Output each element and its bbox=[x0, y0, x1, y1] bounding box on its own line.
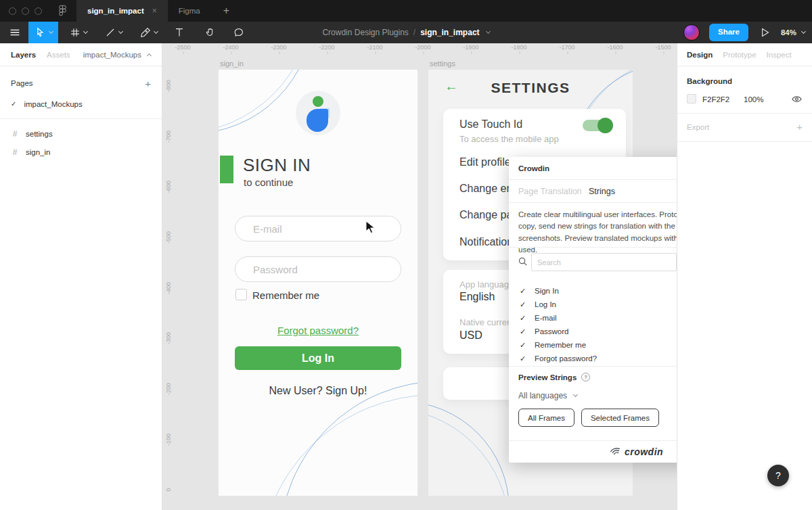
frame-tool-button[interactable] bbox=[65, 22, 91, 43]
tab-sign-in-impact[interactable]: sign_in_impact × bbox=[76, 0, 168, 22]
shape-tool-button[interactable] bbox=[100, 22, 126, 43]
ruler-tick: -1800 bbox=[511, 44, 526, 51]
chevron-down-icon[interactable] bbox=[83, 29, 88, 34]
setting-row-sublabel: To access the mobile app bbox=[459, 134, 559, 144]
all-frames-button[interactable]: All Frames bbox=[518, 409, 574, 427]
breadcrumb-project[interactable]: Crowdin Design Plugins bbox=[322, 28, 408, 37]
logo-green-dot bbox=[313, 96, 323, 107]
layers-panel: Layers Assets impact_Mockups Pages + ✓ i… bbox=[0, 43, 162, 510]
close-tab-icon[interactable]: × bbox=[152, 6, 157, 16]
ruler-tick: 0 bbox=[165, 480, 172, 500]
language-filter-dropdown[interactable]: All languages bbox=[518, 391, 577, 400]
figma-logo-icon[interactable] bbox=[58, 5, 67, 17]
question-icon[interactable]: ? bbox=[581, 373, 590, 381]
tab-figma-home[interactable]: Figma bbox=[168, 0, 211, 22]
inspector-panel: Design Prototype Inspect Background F2F2… bbox=[677, 43, 812, 510]
horizontal-ruler: -2500 -2400 -2300 -2200 -2100 -2000 -190… bbox=[162, 43, 677, 53]
tab-page-translation[interactable]: Page Translation bbox=[518, 187, 582, 196]
log-in-button[interactable]: Log In bbox=[235, 346, 401, 370]
user-avatar[interactable] bbox=[683, 24, 700, 41]
ruler-tick: -800 bbox=[165, 76, 172, 96]
main-menu-button[interactable] bbox=[4, 22, 26, 43]
comment-tool-button[interactable] bbox=[229, 22, 249, 43]
ruler-tick: -1700 bbox=[559, 44, 574, 51]
check-icon: ✓ bbox=[520, 341, 526, 350]
chevron-down-icon[interactable] bbox=[486, 29, 491, 34]
new-tab-button[interactable]: + bbox=[223, 5, 229, 17]
chevron-down-icon[interactable] bbox=[118, 29, 123, 34]
window-maximize-icon[interactable] bbox=[35, 7, 42, 15]
background-section-label: Background bbox=[687, 77, 732, 85]
remember-me-label: Remember me bbox=[252, 289, 319, 301]
app-logo bbox=[296, 91, 340, 135]
pref-value[interactable]: English bbox=[459, 291, 495, 303]
chevron-down-icon bbox=[801, 29, 806, 34]
ruler-tick: -400 bbox=[165, 278, 172, 298]
tab-design[interactable]: Design bbox=[687, 51, 713, 59]
remember-me-checkbox[interactable] bbox=[235, 289, 247, 300]
color-swatch[interactable] bbox=[687, 94, 696, 103]
visibility-eye-icon[interactable] bbox=[791, 93, 803, 106]
forgot-password-link[interactable]: Forgot password? bbox=[219, 325, 418, 336]
add-export-button[interactable]: + bbox=[796, 121, 803, 133]
tab-inspect[interactable]: Inspect bbox=[767, 51, 792, 59]
ruler-tick: -2100 bbox=[367, 44, 382, 51]
tab-layers[interactable]: Layers bbox=[11, 51, 36, 59]
breadcrumb-page[interactable]: sign_in_impact bbox=[420, 28, 479, 37]
present-play-icon[interactable] bbox=[758, 26, 771, 39]
window-minimize-icon[interactable] bbox=[22, 7, 29, 15]
ruler-tick: -1900 bbox=[463, 44, 478, 51]
pen-tool-button[interactable] bbox=[135, 22, 161, 43]
chevron-down-icon[interactable] bbox=[154, 29, 158, 34]
tab-assets[interactable]: Assets bbox=[47, 51, 70, 59]
background-hex-value[interactable]: F2F2F2 bbox=[702, 95, 729, 103]
sign-up-text[interactable]: New User? Sign Up! bbox=[219, 385, 418, 397]
window-controls[interactable] bbox=[9, 7, 42, 15]
crowdin-wordmark: crowdin bbox=[625, 446, 663, 457]
tab-strings[interactable]: Strings bbox=[589, 187, 615, 196]
background-opacity-value[interactable]: 100% bbox=[744, 95, 763, 103]
layer-item-sign-in[interactable]: # sign_in bbox=[0, 143, 162, 161]
pref-label: App language bbox=[459, 279, 514, 289]
ruler-tick: -500 bbox=[165, 227, 172, 248]
ruler-tick: -2200 bbox=[319, 44, 334, 51]
selected-frames-button[interactable]: Selected Frames bbox=[581, 409, 659, 427]
current-page-selector[interactable]: impact_Mockups bbox=[83, 51, 151, 59]
crowdin-logo-icon bbox=[608, 447, 621, 457]
text-tool-icon bbox=[173, 26, 186, 39]
ruler-tick: -100 bbox=[165, 430, 172, 450]
setting-row-label[interactable]: Edit profile bbox=[459, 156, 511, 168]
page-name: impact_Mockups bbox=[24, 100, 82, 108]
add-page-button[interactable]: + bbox=[145, 78, 151, 89]
frame-tool-icon bbox=[68, 26, 82, 39]
window-close-icon[interactable] bbox=[9, 7, 16, 15]
frame-sign-in[interactable]: SIGN IN to continue Remember me Forgot p… bbox=[219, 70, 418, 496]
pref-value[interactable]: USD bbox=[459, 329, 482, 342]
divider bbox=[0, 118, 162, 119]
hand-tool-icon bbox=[204, 26, 217, 39]
settings-title: SETTINGS bbox=[428, 80, 633, 96]
touch-id-toggle[interactable] bbox=[583, 120, 612, 131]
chevron-down-icon[interactable] bbox=[49, 29, 53, 34]
frame-title-settings[interactable]: settings bbox=[430, 60, 455, 68]
canvas[interactable]: -2500 -2400 -2300 -2200 -2100 -2000 -190… bbox=[162, 43, 677, 510]
hand-tool-button[interactable] bbox=[200, 22, 221, 43]
frame-title-sign-in[interactable]: sign_in bbox=[220, 60, 244, 68]
tab-prototype[interactable]: Prototype bbox=[723, 51, 756, 59]
pages-header: Pages bbox=[11, 79, 33, 87]
search-input[interactable] bbox=[531, 253, 677, 271]
plugin-description: Create clear multilingual user interface… bbox=[518, 209, 677, 256]
page-item-impact-mockups[interactable]: ✓ impact_Mockups bbox=[0, 95, 162, 113]
title-accent-bar bbox=[220, 156, 233, 183]
zoom-control[interactable]: 84% bbox=[781, 28, 805, 37]
share-button[interactable]: Share bbox=[709, 24, 748, 41]
check-icon: ✓ bbox=[520, 287, 526, 296]
move-tool-button[interactable] bbox=[28, 22, 58, 43]
help-button[interactable]: ? bbox=[767, 465, 789, 486]
text-tool-button[interactable] bbox=[169, 22, 189, 43]
plugin-footer: crowdin bbox=[509, 440, 677, 463]
email-field[interactable] bbox=[235, 216, 401, 241]
sign-in-subtitle: to continue bbox=[244, 177, 293, 188]
layer-item-settings[interactable]: # settings bbox=[0, 124, 162, 143]
password-field[interactable] bbox=[235, 256, 401, 282]
